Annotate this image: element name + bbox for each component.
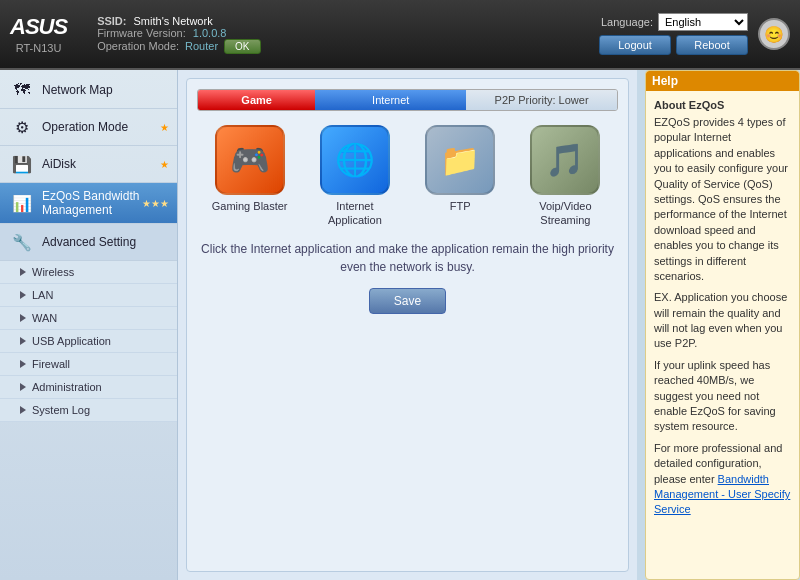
- instruction-text: Click the Internet application and make …: [197, 240, 618, 276]
- help-panel: Help About EzQoS EZQoS provides 4 types …: [645, 70, 800, 580]
- firmware-link[interactable]: 1.0.0.8: [193, 27, 227, 39]
- gaming-blaster-label: Gaming Blaster: [212, 199, 288, 213]
- sidebar-label-network-map: Network Map: [42, 83, 113, 97]
- firewall-arrow-icon: [20, 360, 26, 368]
- sidebar-label-operation-mode: Operation Mode: [42, 120, 128, 134]
- bar-game: Game: [198, 90, 315, 110]
- advanced-icon: 🔧: [8, 230, 36, 254]
- network-map-icon: 🗺: [8, 78, 36, 102]
- ezqos-stars: ★★★: [142, 198, 169, 209]
- logout-button[interactable]: Logout: [599, 35, 671, 55]
- language-area: Language: English: [601, 13, 748, 31]
- sidebar-item-operation-mode[interactable]: ⚙ Operation Mode ★: [0, 109, 177, 146]
- sidebar-sub-wan[interactable]: WAN: [0, 307, 177, 330]
- app-item-gaming[interactable]: 🎮 Gaming Blaster: [205, 125, 295, 228]
- sidebar-sub-wireless[interactable]: Wireless: [0, 261, 177, 284]
- help-para-1: EZQoS provides 4 types of popular Intern…: [654, 115, 791, 284]
- usb-arrow-icon: [20, 337, 26, 345]
- content-area: Game Internet P2P Priority: Lower 🎮 Gami…: [178, 70, 637, 580]
- sidebar-label-wireless: Wireless: [32, 266, 74, 278]
- model-name: RT-N13U: [16, 42, 62, 54]
- voip-icon-box: 🎵: [530, 125, 600, 195]
- operation-mode-icon: ⚙: [8, 115, 36, 139]
- avatar: 😊: [758, 18, 790, 50]
- bar-game-label: Game: [241, 94, 272, 106]
- help-subtitle: About EzQoS: [654, 99, 791, 111]
- ftp-label: FTP: [450, 199, 471, 213]
- sidebar-sub-lan[interactable]: LAN: [0, 284, 177, 307]
- ftp-icon-box: 📁: [425, 125, 495, 195]
- help-para-3: If your uplink speed has reached 40MB/s,…: [654, 358, 791, 435]
- sidebar-item-aidisk[interactable]: 💾 AiDisk ★: [0, 146, 177, 183]
- ssid-value: Smith's Network: [134, 15, 213, 27]
- operation-mode-stars: ★: [160, 122, 169, 133]
- sidebar-label-advanced: Advanced Setting: [42, 235, 136, 249]
- operation-label: Operation Mode:: [97, 40, 179, 52]
- sidebar-item-advanced[interactable]: 🔧 Advanced Setting: [0, 224, 177, 261]
- sidebar-sub-administration[interactable]: Administration: [0, 376, 177, 399]
- system-log-arrow-icon: [20, 406, 26, 414]
- save-btn-container: Save: [197, 288, 618, 314]
- ok-button[interactable]: OK: [224, 39, 260, 54]
- sidebar-sub-usb[interactable]: USB Application: [0, 330, 177, 353]
- app-item-ftp[interactable]: 📁 FTP: [415, 125, 505, 228]
- app-item-voip[interactable]: 🎵 Voip/Video Streaming: [520, 125, 610, 228]
- sidebar: 🗺 Network Map ⚙ Operation Mode ★ 💾 AiDis…: [0, 70, 178, 580]
- help-para-2: EX. Application you choose will remain t…: [654, 290, 791, 352]
- header-right: Language: English Logout Reboot: [599, 13, 748, 55]
- aidisk-stars: ★: [160, 159, 169, 170]
- content-help-row: Game Internet P2P Priority: Lower 🎮 Gami…: [178, 70, 800, 580]
- firmware-label: Firmware Version:: [97, 27, 186, 39]
- bar-p2p: P2P Priority: Lower: [466, 90, 617, 110]
- bar-p2p-label: P2P Priority: Lower: [495, 94, 589, 106]
- administration-arrow-icon: [20, 383, 26, 391]
- internet-app-icon-box: 🌐: [320, 125, 390, 195]
- voip-label: Voip/Video Streaming: [520, 199, 610, 228]
- ezqos-panel: Game Internet P2P Priority: Lower 🎮 Gami…: [186, 78, 629, 572]
- sidebar-label-aidisk: AiDisk: [42, 157, 76, 171]
- logo-area: ASUS RT-N13U: [10, 14, 67, 54]
- sidebar-label-wan: WAN: [32, 312, 57, 324]
- wan-arrow-icon: [20, 314, 26, 322]
- gaming-blaster-icon-box: 🎮: [215, 125, 285, 195]
- app-icons-row: 🎮 Gaming Blaster 🌐 Internet Application …: [197, 125, 618, 228]
- lan-arrow-icon: [20, 291, 26, 299]
- wireless-arrow-icon: [20, 268, 26, 276]
- header-info: SSID: Smith's Network Firmware Version: …: [87, 15, 599, 54]
- qos-progress-bar[interactable]: Game Internet P2P Priority: Lower: [197, 89, 618, 111]
- sidebar-label-system-log: System Log: [32, 404, 90, 416]
- reboot-button[interactable]: Reboot: [676, 35, 748, 55]
- header-buttons: Logout Reboot: [599, 35, 748, 55]
- sidebar-label-firewall: Firewall: [32, 358, 70, 370]
- aidisk-icon: 💾: [8, 152, 36, 176]
- main-layout: 🗺 Network Map ⚙ Operation Mode ★ 💾 AiDis…: [0, 70, 800, 580]
- sidebar-item-ezqos[interactable]: 📊 EzQoS Bandwidth Management ★★★: [0, 183, 177, 224]
- sidebar-main-section: 🗺 Network Map ⚙ Operation Mode ★ 💾 AiDis…: [0, 70, 177, 424]
- asus-logo: ASUS: [10, 14, 67, 40]
- language-label: Language:: [601, 16, 653, 28]
- sidebar-sub-system-log[interactable]: System Log: [0, 399, 177, 422]
- ssid-label: SSID:: [97, 15, 126, 27]
- operation-link[interactable]: Router: [185, 40, 218, 52]
- sidebar-sub-firewall[interactable]: Firewall: [0, 353, 177, 376]
- help-para-4: For more professional and detailed confi…: [654, 441, 791, 518]
- bar-internet-label: Internet: [372, 94, 409, 106]
- language-select[interactable]: English: [658, 13, 748, 31]
- sidebar-label-ezqos: EzQoS Bandwidth Management: [42, 189, 142, 217]
- ezqos-icon: 📊: [8, 191, 36, 215]
- sidebar-label-administration: Administration: [32, 381, 102, 393]
- bar-internet: Internet: [315, 90, 466, 110]
- sidebar-item-network-map[interactable]: 🗺 Network Map: [0, 72, 177, 109]
- save-button[interactable]: Save: [369, 288, 446, 314]
- help-title: Help: [646, 71, 799, 91]
- internet-app-label: Internet Application: [310, 199, 400, 228]
- sidebar-label-lan: LAN: [32, 289, 53, 301]
- header: ASUS RT-N13U SSID: Smith's Network Firmw…: [0, 0, 800, 70]
- sidebar-label-usb: USB Application: [32, 335, 111, 347]
- app-item-internet[interactable]: 🌐 Internet Application: [310, 125, 400, 228]
